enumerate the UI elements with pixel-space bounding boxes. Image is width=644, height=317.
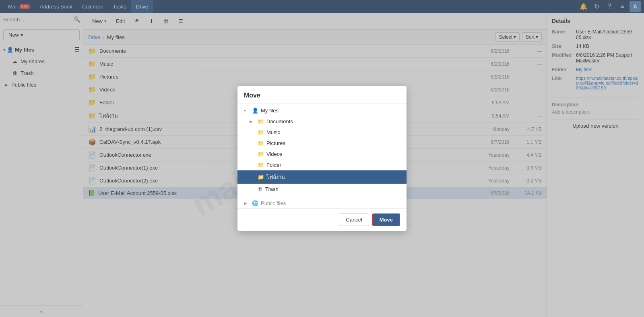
tree-label: ไฟล์งาน (266, 173, 400, 181)
move-dialog: Move ▾ 👤 My files ▶ 📁 Documents 📁 Music … (237, 86, 407, 231)
modal-title: Move (237, 86, 407, 104)
tree-label: My files (261, 108, 400, 114)
tree-expand-icon: ▾ (244, 108, 250, 113)
tree-item-documents[interactable]: ▶ 📁 Documents (237, 116, 407, 127)
person-icon: 👤 (252, 108, 258, 114)
tree-item-folder[interactable]: 📁 Folder (237, 160, 407, 170)
tree-label: Documents (266, 118, 400, 124)
tree-label: Trash (265, 186, 400, 192)
tree-label: Folder (266, 162, 400, 168)
globe-icon: 🌐 (252, 200, 258, 206)
tree-label: Pictures (266, 140, 400, 146)
tree-expand-icon: ▶ (250, 119, 255, 124)
trash-icon: 🗑 (258, 186, 263, 192)
tree-item-pictures[interactable]: 📁 Pictures (237, 138, 407, 149)
move-button[interactable]: Move (372, 213, 400, 226)
tree-label: Videos (266, 151, 400, 157)
folder-icon: 📁 (258, 118, 264, 124)
folder-icon: 📁 (258, 151, 264, 157)
cancel-button[interactable]: Cancel (339, 213, 369, 226)
folder-icon: 📁 (258, 174, 264, 180)
tree-item-music[interactable]: 📁 Music (237, 127, 407, 138)
tree-item-my-files[interactable]: ▾ 👤 My files (237, 105, 407, 116)
modal-body: ▾ 👤 My files ▶ 📁 Documents 📁 Music 📁 Pic… (237, 104, 407, 208)
folder-icon: 📁 (258, 140, 264, 146)
folder-icon: 📁 (258, 129, 264, 135)
tree-expand-icon: ▶ (244, 201, 250, 205)
tree-item-public-files[interactable]: ▶ 🌐 Public files (237, 198, 407, 208)
tree-item-trash[interactable]: 🗑 Trash (237, 184, 407, 195)
tree-item-filangan[interactable]: 📁 ไฟล์งาน (237, 170, 407, 184)
modal-footer: Cancel Move (237, 208, 407, 231)
folder-icon: 📁 (258, 162, 264, 168)
tree-label: Public files (261, 200, 400, 206)
modal-overlay[interactable]: Move ▾ 👤 My files ▶ 📁 Documents 📁 Music … (0, 0, 644, 317)
tree-item-videos[interactable]: 📁 Videos (237, 149, 407, 160)
tree-label: Music (266, 129, 400, 135)
